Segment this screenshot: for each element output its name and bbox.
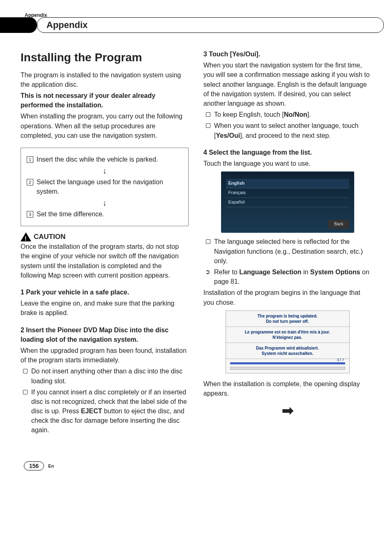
intro-note: This is not necessary if your dealer alr…	[21, 91, 189, 110]
language-selection-screenshot: English Français Español Back	[221, 171, 354, 233]
step2-bullet-2: If you cannot insert a disc completely o…	[31, 387, 189, 435]
progress-bar-2	[230, 367, 345, 370]
down-arrow-icon: ↓	[27, 199, 182, 207]
warning-icon	[21, 232, 31, 241]
chapter-header: Appendix	[21, 20, 371, 33]
right-column: 3 Touch [Yes/Oui]. When you start the na…	[203, 49, 371, 437]
page-number: 156	[24, 461, 44, 470]
step-number-icon: 2	[27, 179, 33, 185]
caution-header: CAUTION	[21, 232, 189, 242]
update-msg-de-2: System nicht ausschalten.	[228, 351, 348, 356]
step3-heading: 3 Touch [Yes/Oui].	[203, 49, 371, 59]
step1-heading: 1 Park your vehicle in a safe place.	[21, 287, 189, 297]
step2-bullet-1: Do not insert anything other than a disc…	[31, 366, 189, 385]
step4-bullet-1: The language selected here is reflected …	[214, 237, 371, 266]
step-overview-1: Insert the disc while the vehicle is par…	[37, 155, 158, 164]
step3-body: When you start the navigation system for…	[203, 60, 371, 108]
progress-bar-1: 3 / 7	[230, 362, 345, 364]
step3-bullet-2: When you want to select another language…	[214, 121, 371, 140]
language-code: En	[48, 463, 54, 468]
step-overview-2: Select the language used for the navigat…	[37, 177, 182, 196]
step2-heading: 2 Insert the Pioneer DVD Map Disc into t…	[21, 325, 189, 344]
back-button: Back	[328, 220, 349, 229]
step4-heading: 4 Select the language from the list.	[203, 148, 371, 157]
update-msg-fr-2: N'éteignez pas.	[228, 335, 348, 340]
caution-label: CAUTION	[34, 232, 65, 242]
update-msg-de-1: Das Programm wird aktualisiert.	[228, 345, 348, 351]
page-footer: 156 En	[21, 461, 371, 470]
section-title: Installing the Program	[21, 49, 189, 66]
caution-body: Once the installation of the program sta…	[21, 242, 189, 280]
step-overview-3: Set the time difference.	[37, 209, 104, 219]
install-complete: When the installation is complete, the o…	[203, 379, 371, 398]
lang-item-espanol: Español	[226, 198, 349, 207]
step2-body: When the upgraded program has been found…	[21, 346, 189, 365]
lang-item-francais: Français	[226, 188, 349, 198]
chapter-tab	[0, 17, 37, 33]
update-progress-screenshot: The program is being updated. Do not tur…	[226, 310, 350, 373]
lang-item-english: English	[226, 179, 349, 188]
step3-bullet-1: To keep English, touch [No/Non].	[214, 110, 371, 119]
step1-body: Leave the engine on, and make sure that …	[21, 299, 189, 317]
left-column: Installing the Program The program is in…	[21, 49, 189, 437]
step-number-icon: 1	[27, 156, 33, 163]
update-msg-en-1: The program is being updated.	[228, 313, 348, 319]
step-number-icon: 3	[27, 211, 33, 218]
update-msg-en-2: Do not turn power off.	[228, 319, 348, 324]
progress-percent: 3 / 7	[337, 357, 344, 363]
steps-overview-box: 1 Insert the disc while the vehicle is p…	[21, 148, 189, 226]
step4-reference: Refer to Language Selection in System Op…	[214, 267, 371, 286]
chapter-title: Appendix	[37, 17, 384, 33]
continue-arrow-icon: ➡	[203, 401, 371, 421]
intro-paragraph-2: When installing the program, you carry o…	[21, 111, 189, 140]
update-msg-fr-1: Le programme est en train d'être mis à j…	[228, 329, 348, 335]
install-begin: Installation of the program begins in th…	[203, 288, 371, 307]
intro-paragraph: The program is installed to the navigati…	[21, 70, 189, 89]
step4-body: Touch the language you want to use.	[203, 159, 371, 168]
down-arrow-icon: ↓	[27, 167, 182, 175]
